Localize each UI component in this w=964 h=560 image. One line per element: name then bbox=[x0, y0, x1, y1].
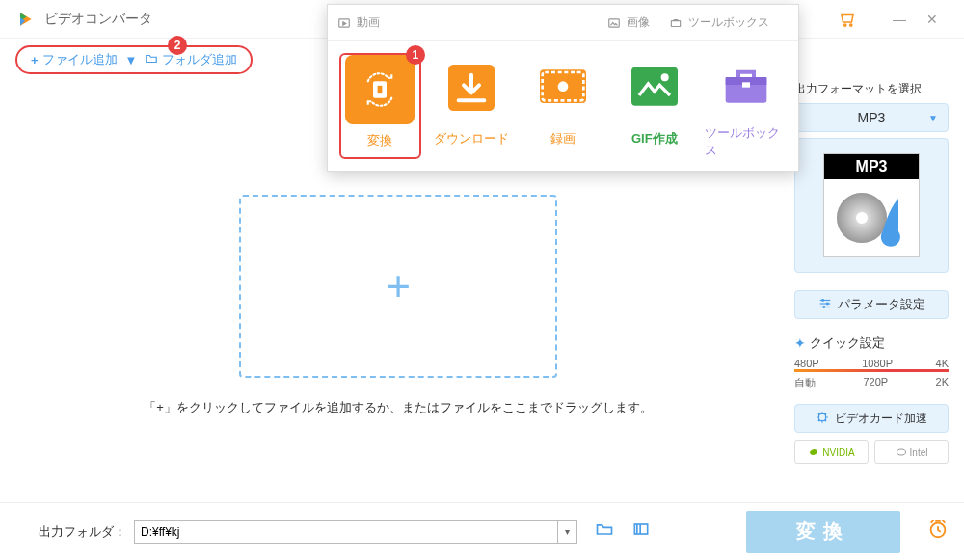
format-thumbnail: MP3 bbox=[823, 153, 920, 257]
tile-gif-label: GIF作成 bbox=[631, 130, 678, 147]
tile-record-label: 録画 bbox=[550, 130, 576, 147]
format-thumbnail-label: MP3 bbox=[824, 154, 919, 179]
param-settings-label: パラメータ設定 bbox=[838, 296, 925, 313]
quick-dot-icon: ✦ bbox=[794, 335, 806, 351]
gif-icon bbox=[620, 53, 689, 122]
preset-2k[interactable]: 2K bbox=[936, 376, 949, 390]
preset-720p[interactable]: 720P bbox=[863, 376, 888, 390]
preset-4k[interactable]: 4K bbox=[936, 358, 949, 369]
sliders-icon bbox=[818, 297, 832, 313]
output-format-preview: MP3 bbox=[794, 138, 949, 273]
popup-tab-image[interactable]: 画像 bbox=[607, 14, 650, 31]
gpu-accel-button[interactable]: ビデオカード加速 bbox=[794, 404, 949, 433]
minimize-button[interactable]: — bbox=[883, 3, 916, 36]
tile-toolbox-label: ツールボックス bbox=[705, 124, 787, 159]
quick-settings: ✦クイック設定 480P 1080P 4K 自動 720P 2K bbox=[794, 334, 949, 390]
svg-rect-4 bbox=[671, 20, 680, 26]
preset-1080p[interactable]: 1080P bbox=[862, 358, 893, 369]
caret-down-icon: ▼ bbox=[928, 113, 938, 123]
dropdown-caret-icon[interactable]: ▼ bbox=[125, 53, 138, 67]
close-button[interactable]: ✕ bbox=[916, 3, 949, 36]
gpu-accel-label: ビデオカード加速 bbox=[835, 411, 927, 427]
cart-icon[interactable] bbox=[831, 3, 864, 36]
svg-point-10 bbox=[558, 81, 569, 92]
chip-icon bbox=[816, 411, 829, 427]
convert-icon bbox=[345, 55, 415, 124]
toolbox-icon bbox=[711, 53, 781, 117]
tile-convert[interactable]: 1 変換 bbox=[339, 53, 421, 159]
tile-record[interactable]: 録画 bbox=[522, 53, 604, 159]
dropzone-hint: 「+」をクリックしてファイルを追加するか、またはファイルをここまでドラッグします… bbox=[144, 399, 653, 416]
gpu-nvidia-option[interactable]: NVIDIA bbox=[794, 440, 869, 464]
param-settings-button[interactable]: パラメータ設定 bbox=[794, 290, 949, 319]
merge-icon[interactable] bbox=[631, 520, 651, 544]
svg-rect-6 bbox=[377, 85, 384, 95]
gpu-intel-option[interactable]: Intel bbox=[874, 440, 949, 464]
dropzone-plus-icon: + bbox=[386, 262, 411, 310]
svg-point-12 bbox=[660, 73, 668, 81]
side-panel: 出力フォーマットを選択 MP3 ▼ MP3 パラメータ設定 ✦クイック設定 48… bbox=[794, 81, 949, 498]
plus-icon: + bbox=[31, 53, 39, 67]
dropzone[interactable]: + bbox=[239, 195, 557, 378]
svg-point-22 bbox=[821, 299, 824, 302]
svg-point-0 bbox=[844, 23, 846, 25]
popup-tab-toolbox[interactable]: ツールボックス bbox=[669, 14, 769, 31]
svg-point-26 bbox=[897, 449, 905, 455]
tile-download[interactable]: ダウンロード bbox=[431, 53, 513, 159]
add-file-group: 2 + ファイル追加 ▼ フォルダ追加 bbox=[15, 45, 253, 74]
svg-point-24 bbox=[822, 306, 825, 308]
preset-auto[interactable]: 自動 bbox=[794, 376, 816, 390]
quick-settings-label: クイック設定 bbox=[810, 334, 885, 352]
folder-icon bbox=[145, 52, 158, 68]
record-icon bbox=[528, 53, 598, 122]
svg-point-23 bbox=[825, 302, 828, 305]
tile-convert-label: 変換 bbox=[367, 132, 392, 149]
output-format-value: MP3 bbox=[858, 110, 886, 125]
add-file-button[interactable]: ファイル追加 bbox=[42, 51, 118, 68]
download-icon bbox=[437, 53, 506, 122]
quality-slider[interactable] bbox=[794, 369, 949, 372]
output-folder-dropdown[interactable]: ▾ bbox=[558, 520, 577, 544]
preset-480p[interactable]: 480P bbox=[794, 358, 819, 369]
output-format-title: 出力フォーマットを選択 bbox=[794, 81, 949, 97]
step-badge-2: 2 bbox=[168, 36, 187, 55]
bottom-bar: 出力フォルダ： ▾ 変換 bbox=[0, 502, 964, 560]
output-folder-input[interactable] bbox=[134, 520, 558, 544]
mode-popup: 動画 画像 ツールボックス 1 変換 ダウンロード bbox=[327, 4, 799, 172]
popup-tab-row: 動画 画像 ツールボックス bbox=[328, 5, 798, 41]
svg-point-1 bbox=[850, 23, 852, 25]
step-badge-1: 1 bbox=[406, 45, 425, 65]
popup-tab-video[interactable]: 動画 bbox=[337, 14, 380, 31]
app-logo-icon bbox=[15, 10, 35, 29]
svg-rect-11 bbox=[631, 67, 678, 106]
convert-button[interactable]: 変換 bbox=[746, 511, 900, 553]
tile-gif[interactable]: GIF作成 bbox=[613, 53, 695, 159]
svg-rect-15 bbox=[742, 82, 750, 87]
output-format-select[interactable]: MP3 ▼ bbox=[794, 103, 949, 132]
tile-toolbox[interactable]: ツールボックス bbox=[705, 53, 787, 159]
output-folder-label: 出力フォルダ： bbox=[39, 523, 126, 541]
svg-point-18 bbox=[856, 212, 868, 224]
open-folder-icon[interactable] bbox=[595, 520, 614, 544]
scheduler-icon[interactable] bbox=[927, 519, 949, 545]
tile-download-label: ダウンロード bbox=[434, 130, 509, 147]
